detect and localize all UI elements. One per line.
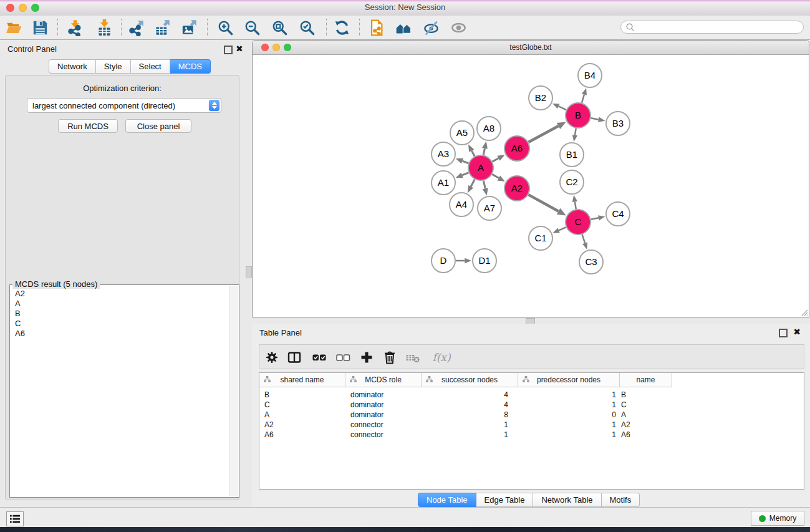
zoom-in-button[interactable] xyxy=(215,17,236,38)
open-folder-icon xyxy=(6,19,22,36)
list-item[interactable]: A6 xyxy=(15,329,225,339)
table-row[interactable]: A6 connector 1 1 A6 xyxy=(259,430,668,440)
graph-edge-A-A6[interactable] xyxy=(493,158,499,162)
graph-edge-arrowhead xyxy=(482,142,488,149)
export-table-button[interactable] xyxy=(152,17,173,38)
graph-edge-B-B3[interactable] xyxy=(591,118,599,119)
import-network-button[interactable] xyxy=(64,17,85,38)
zoom-out-button[interactable] xyxy=(241,17,263,38)
graph-edge-B-B2[interactable] xyxy=(559,106,566,110)
mcds-result-list[interactable]: A2 A B C A6 xyxy=(10,286,230,497)
show-columns-button[interactable] xyxy=(286,349,302,365)
graph-edge-A-A4[interactable] xyxy=(471,180,475,187)
graph-edge-A6-B[interactable] xyxy=(528,126,558,142)
export-network-button[interactable] xyxy=(125,17,147,38)
table-panel-float-button[interactable] xyxy=(779,329,788,337)
table-panel-close-button[interactable]: ✖ xyxy=(793,329,801,335)
graph-edge-A-A1[interactable] xyxy=(462,173,468,175)
zoom-fit-button[interactable] xyxy=(269,17,290,38)
list-item[interactable]: B xyxy=(15,309,225,319)
tab-style[interactable]: Style xyxy=(96,59,131,74)
graph-edge-A-A2[interactable] xyxy=(492,174,499,178)
export-image-button[interactable] xyxy=(178,17,200,38)
graph-edge-B-B4[interactable] xyxy=(582,94,584,102)
network-from-selection-button[interactable] xyxy=(366,17,387,38)
refresh-layout-button[interactable] xyxy=(331,17,352,38)
graph-edge-C-C4[interactable] xyxy=(591,218,599,219)
add-column-button[interactable] xyxy=(359,349,375,365)
toggle-view-button[interactable] xyxy=(448,17,469,38)
column-header-predecessor-nodes[interactable]: predecessor nodes xyxy=(518,373,620,387)
column-header-mcds-role[interactable]: MCDS role xyxy=(345,373,422,387)
deselect-all-button[interactable] xyxy=(335,349,351,365)
memory-button[interactable]: Memory xyxy=(751,511,804,526)
graph-edge-A-A7[interactable] xyxy=(483,181,485,189)
column-header-shared-name[interactable]: shared name xyxy=(259,373,345,387)
tab-node-table[interactable]: Node Table xyxy=(418,493,476,507)
scrollbar[interactable] xyxy=(229,286,238,496)
tab-network[interactable]: Network xyxy=(49,59,96,74)
control-panel-float-button[interactable] xyxy=(224,46,233,54)
graph-edge-A-A5[interactable] xyxy=(471,151,475,157)
save-session-button[interactable] xyxy=(29,17,51,38)
column-header-name[interactable]: name xyxy=(620,373,672,387)
apply-function-button[interactable]: f(x) xyxy=(429,349,454,365)
tab-edge-table[interactable]: Edge Table xyxy=(476,493,534,507)
save-floppy-icon xyxy=(32,19,49,36)
graph-edge-arrowhead xyxy=(468,185,473,193)
show-log-button[interactable] xyxy=(6,511,24,526)
graph-edge-A2-C[interactable] xyxy=(528,195,558,211)
zoom-selected-button[interactable] xyxy=(296,17,317,38)
table-row[interactable]: A2 connector 1 1 A2 xyxy=(259,420,668,430)
optimization-criterion-select[interactable]: largest connected component (directed) xyxy=(27,98,221,113)
first-neighbors-button[interactable] xyxy=(393,17,414,38)
vertical-divider-handle[interactable] xyxy=(246,266,252,278)
search-icon xyxy=(625,22,635,32)
unchecked-boxes-icon xyxy=(335,350,350,365)
list-item[interactable]: A xyxy=(15,299,225,309)
network-canvas[interactable]: B4B2BB3B1A5A8A6A3AA1A4A7A2C2C4CC1C3DD1 xyxy=(253,55,809,317)
control-panel-title: Control Panel xyxy=(7,44,57,54)
table-panel-tabs: Node Table Edge Table Network Table Moti… xyxy=(418,493,640,507)
table-row[interactable]: B dominator 4 1 B xyxy=(259,390,668,400)
import-table-button[interactable] xyxy=(94,17,115,38)
zoom-in-icon xyxy=(217,19,234,36)
graph-edge-arrowhead xyxy=(552,104,560,109)
graph-edge-C-C1[interactable] xyxy=(559,227,566,230)
network-window-titlebar[interactable]: testGlobe.txt xyxy=(253,41,809,55)
control-panel-close-button[interactable]: ✖ xyxy=(236,46,243,52)
graph-edge-arrowhead xyxy=(456,158,463,164)
resize-grip-icon[interactable] xyxy=(799,307,808,316)
tab-motifs[interactable]: Motifs xyxy=(602,493,640,507)
delete-table-button[interactable] xyxy=(405,349,421,365)
search-input[interactable] xyxy=(635,22,803,32)
table-settings-button[interactable] xyxy=(264,349,280,365)
graph-edge-C-C3[interactable] xyxy=(582,235,586,243)
run-mcds-button[interactable]: Run MCDS xyxy=(58,119,118,133)
tab-select[interactable]: Select xyxy=(131,59,170,74)
graph-edge-A-A3[interactable] xyxy=(463,161,469,163)
graphics-details-button[interactable] xyxy=(420,17,441,38)
search-box[interactable] xyxy=(620,21,804,34)
column-header-successor-nodes[interactable]: successor nodes xyxy=(422,373,518,387)
graph-node-label-A2: A2 xyxy=(511,183,523,193)
graph-edge-B-B1[interactable] xyxy=(575,128,576,135)
tab-mcds[interactable]: MCDS xyxy=(170,59,211,74)
select-all-button[interactable] xyxy=(311,349,327,365)
network-graph[interactable]: B4B2BB3B1A5A8A6A3AA1A4A7A2C2C4CC1C3DD1 xyxy=(253,55,809,317)
list-item[interactable]: A2 xyxy=(15,289,225,299)
list-item[interactable]: C xyxy=(15,319,225,329)
delete-column-button[interactable] xyxy=(382,349,398,365)
table-panel: Table Panel ✖ xyxy=(252,324,810,507)
tab-network-table[interactable]: Network Table xyxy=(533,493,601,507)
main-toolbar xyxy=(0,16,810,40)
close-panel-button[interactable]: Close panel xyxy=(125,119,191,133)
network-view-window: testGlobe.txt B4B2BB3B1A5A8A6A3AA1A4A7A2… xyxy=(252,40,809,317)
graph-node-label-A8: A8 xyxy=(483,123,494,133)
open-file-button[interactable] xyxy=(3,17,24,38)
select-stepper-icon xyxy=(209,100,219,111)
graph-edge-C-C2[interactable] xyxy=(575,201,576,209)
table-row[interactable]: C dominator 4 1 C xyxy=(259,400,668,410)
table-row[interactable]: A dominator 8 0 A xyxy=(259,410,668,420)
graph-edge-A-A8[interactable] xyxy=(483,148,485,155)
